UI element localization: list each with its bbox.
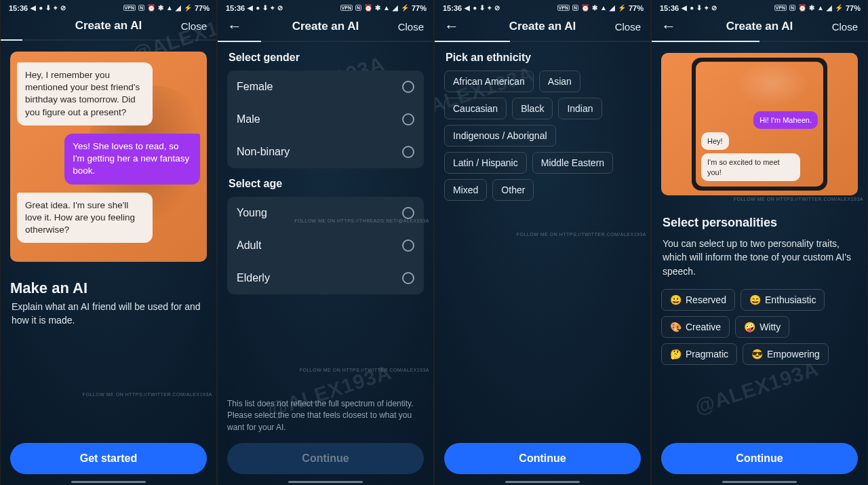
alarm-icon: ⏰ (581, 5, 589, 12)
location-icon: ⌖ (271, 5, 275, 12)
sync-icon: ● (39, 5, 43, 12)
radio-icon (402, 239, 414, 252)
close-button[interactable]: Close (615, 21, 641, 33)
ethnicity-option[interactable]: Middle Eastern (532, 152, 613, 174)
ethnicity-options: African American Asian Caucasian Black I… (444, 71, 641, 201)
location-icon: ⌖ (488, 5, 492, 12)
close-button[interactable]: Close (181, 20, 207, 32)
alarm-icon: ⏰ (364, 5, 372, 12)
gender-option-female[interactable]: Female (227, 71, 424, 103)
mock-user-bubble: Hey! (701, 132, 729, 150)
age-title: Select age (229, 178, 424, 190)
page-title: Create an AI (694, 20, 825, 33)
back-button[interactable]: ← (227, 19, 242, 34)
wifi-icon: ▲ (383, 5, 390, 12)
status-battery: 77% (629, 4, 644, 12)
ethnicity-option[interactable]: Caucasian (444, 98, 507, 119)
nav-hint (435, 480, 650, 485)
gender-list: Female Male Non-binary (227, 71, 424, 168)
personality-option[interactable]: 😎Empowering (743, 343, 829, 365)
continue-button[interactable]: Continue (444, 443, 641, 474)
signal-icon: ◢ (827, 5, 832, 12)
bluetooth-icon: ✱ (809, 5, 814, 12)
header: ← Create an AI Close (652, 15, 867, 41)
signal-icon: ◢ (176, 5, 181, 12)
ethnicity-option[interactable]: Black (512, 98, 553, 119)
close-button[interactable]: Close (398, 21, 424, 33)
telegram-icon: ◀ (465, 5, 470, 12)
screen-personality: @ALEX193A 15:36 ◀ ● ⬇ ⌖ ⊘ VPN N ⏰ ✱ ▲ ◢ … (651, 0, 868, 485)
personality-subtext: You can select up to two personality tra… (663, 237, 856, 278)
ethnicity-title: Pick an ethnicity (446, 52, 641, 64)
nfc-icon: N (355, 5, 361, 11)
status-time: 15:36 (443, 4, 462, 12)
personality-option[interactable]: 🎨Creative (661, 316, 730, 338)
personality-option[interactable]: 😀Reserved (661, 289, 735, 311)
credit-text: FOLLOW ME ON HTTPS://TWITTER.COM/ALEX193… (83, 392, 212, 397)
ethnicity-option[interactable]: Indian (558, 98, 601, 119)
header: Create an AI Close (1, 15, 216, 39)
emoji-icon: 😄 (749, 294, 761, 305)
alarm-icon: ⏰ (147, 5, 155, 12)
intro-subtext: Explain what an AI friend will be used f… (12, 300, 205, 328)
radio-icon (402, 146, 414, 158)
header: ← Create an AI Close (435, 15, 650, 41)
nav-hint (218, 480, 433, 485)
personality-option[interactable]: 🤔Pragmatic (661, 343, 737, 365)
back-button[interactable]: ← (661, 19, 676, 34)
continue-button[interactable]: Continue (227, 443, 424, 474)
ethnicity-option[interactable]: Other (492, 179, 534, 201)
mock-user-bubble: I'm so excited to meet you! (701, 153, 800, 181)
radio-icon (402, 272, 414, 284)
status-battery: 77% (846, 4, 861, 12)
credit-text: FOLLOW ME ON HTTPS://TWITTER.COM/ALEX193… (734, 197, 863, 201)
ethnicity-option[interactable]: Asian (539, 71, 580, 92)
emoji-icon: 😎 (751, 349, 763, 360)
sync-icon: ● (473, 5, 477, 12)
telegram-icon: ◀ (682, 5, 687, 12)
bolt-icon: ⚡ (401, 5, 409, 12)
phone-mockup: Hi! I'm Maheen. Hey! I'm so excited to m… (661, 53, 858, 195)
page-title: Create an AI (260, 20, 391, 33)
wifi-icon: ▲ (817, 5, 824, 12)
status-time: 15:36 (660, 4, 679, 12)
download-icon: ⬇ (479, 5, 485, 12)
back-button[interactable]: ← (444, 19, 459, 34)
status-time: 15:36 (9, 4, 28, 12)
wifi-icon: ▲ (166, 5, 173, 12)
bluetooth-icon: ✱ (158, 5, 163, 12)
ethnicity-option[interactable]: Latin / Hispanic (444, 152, 527, 174)
bluetooth-icon: ✱ (375, 5, 380, 12)
statusbar: 15:36 ◀ ● ⬇ ⌖ ⊘ VPN N ⏰ ✱ ▲ ◢ ⚡ 77% (1, 0, 216, 15)
ethnicity-option[interactable]: Mixed (444, 179, 487, 201)
emoji-icon: 🎨 (670, 322, 682, 332)
ethnicity-option[interactable]: Indigenous / Aborignal (444, 125, 556, 147)
dnd-icon: ⊘ (494, 5, 500, 12)
personality-title: Select personalities (663, 216, 858, 230)
personality-option[interactable]: 😄Enthusiastic (741, 289, 825, 311)
gender-option-male[interactable]: Male (227, 103, 424, 136)
dnd-icon: ⊘ (277, 5, 283, 12)
age-option-adult[interactable]: Adult (227, 229, 424, 262)
chat-bubble: Yes! She loves to read, so I'm getting h… (64, 134, 200, 185)
screen-demographics: @ALEX193A @ALEX193A 15:36 ◀ ● ⬇ ⌖ ⊘ VPN … (217, 0, 434, 485)
download-icon: ⬇ (45, 5, 51, 12)
bolt-icon: ⚡ (618, 5, 626, 12)
gender-option-nonbinary[interactable]: Non-binary (227, 136, 424, 168)
page-title: Create an AI (43, 19, 174, 33)
ethnicity-option[interactable]: African American (444, 71, 534, 92)
age-option-elderly[interactable]: Elderly (227, 262, 424, 294)
personality-option[interactable]: 🤪Witty (735, 316, 789, 338)
statusbar: 15:36 ◀ ● ⬇ ⌖ ⊘ VPN N ⏰ ✱ ▲ ◢ ⚡ 77% (652, 0, 867, 15)
get-started-button[interactable]: Get started (10, 443, 207, 474)
status-battery: 77% (412, 4, 427, 12)
vpn-icon: VPN (123, 5, 136, 11)
download-icon: ⬇ (262, 5, 268, 12)
nfc-icon: N (789, 5, 795, 11)
age-option-young[interactable]: Young (227, 197, 424, 229)
continue-button[interactable]: Continue (661, 443, 858, 474)
chat-bubble: Great idea. I'm sure she'll love it. How… (17, 193, 153, 244)
close-button[interactable]: Close (832, 21, 858, 33)
credit-text: FOLLOW ME ON HTTPS://TWITTER.COM/ALEX193… (300, 368, 429, 372)
header: ← Create an AI Close (218, 15, 433, 41)
